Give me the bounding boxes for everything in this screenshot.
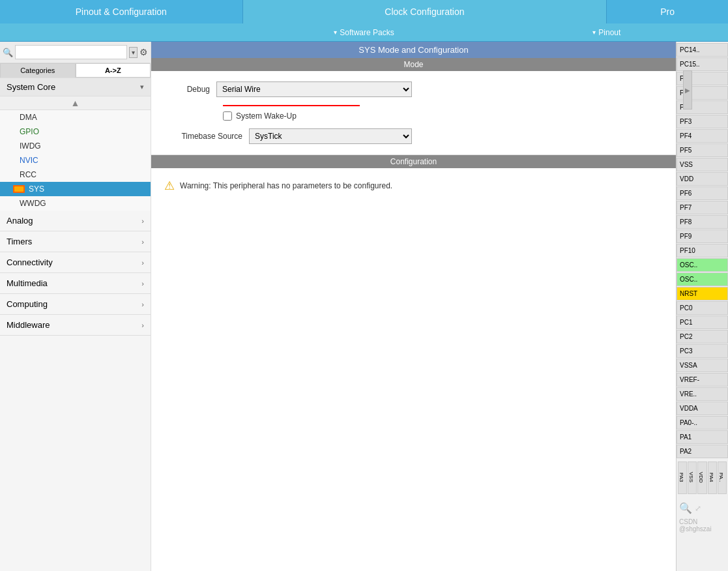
pin-vdda[interactable]: VDDA xyxy=(677,402,728,415)
category-multimedia[interactable]: Multimedia › xyxy=(0,273,151,294)
red-underline-decoration xyxy=(223,105,360,106)
center-panel: SYS Mode and Configuration ▶ Mode Debug … xyxy=(151,42,676,571)
pin-pf7[interactable]: PF7 xyxy=(677,201,728,214)
expand-icon: ⤢ xyxy=(695,504,701,513)
pin-pf3[interactable]: PF3 xyxy=(677,115,728,128)
config-section-header: Configuration xyxy=(151,155,676,168)
nav-item-project[interactable]: Pro xyxy=(607,0,728,23)
warning-box: ⚠ Warning: This peripheral has no parame… xyxy=(164,179,663,193)
pin-pc3[interactable]: PC3 xyxy=(677,344,728,358)
search-input[interactable] xyxy=(15,45,127,59)
pin-pf5[interactable]: PF5 xyxy=(677,143,728,157)
dropdown-arrow-icon[interactable]: ▾ xyxy=(129,47,138,58)
sidebar-item-nvic[interactable]: NVIC xyxy=(0,153,151,168)
pin-nrst[interactable]: NRST xyxy=(677,287,728,300)
sidebar-item-iwdg[interactable]: IWDG xyxy=(0,139,151,153)
sidebar-item-dma[interactable]: DMA xyxy=(0,110,151,124)
system-wakeup-label: System Wake-Up xyxy=(236,111,297,121)
chevron-right-icon: › xyxy=(141,321,144,329)
timebase-select[interactable]: SysTick TIM1 TIM2 TIM3 xyxy=(249,128,412,144)
pin-pc2[interactable]: PC2 xyxy=(677,330,728,344)
pin-pf4[interactable]: PF4 xyxy=(677,129,728,143)
search-icon: 🔍 xyxy=(3,48,13,57)
chevron-down-icon: ▾ xyxy=(140,83,144,91)
pin-pa0[interactable]: PA0-.. xyxy=(677,416,728,430)
gear-icon[interactable]: ⚙ xyxy=(139,47,148,57)
collapse-button[interactable]: ▲ xyxy=(0,96,151,110)
sub-nav-software-packs[interactable]: ▾ Software Packs xyxy=(242,23,485,41)
panel-title: SYS Mode and Configuration xyxy=(151,42,676,58)
pin-pf8[interactable]: PF8 xyxy=(677,215,728,229)
svg-rect-1 xyxy=(14,186,23,192)
pin-pc0[interactable]: PC0 xyxy=(677,301,728,315)
pin-pf9[interactable]: PF9 xyxy=(677,229,728,243)
pin-vdd[interactable]: VDD xyxy=(677,172,728,186)
main-area: 🔍 ▾ ⚙ Categories A->Z System Core ▾ ▲ D xyxy=(0,42,728,571)
sidebar-item-sys[interactable]: SYS xyxy=(0,182,151,196)
timebase-label: Timebase Source xyxy=(164,132,249,141)
sidebar-tabs: Categories A->Z xyxy=(0,63,151,78)
sub-nav-pinout[interactable]: ▾ Pinout xyxy=(486,23,728,41)
watermark-text: CSDN @shghszai xyxy=(677,517,728,534)
sys-icon xyxy=(13,184,26,194)
warning-icon: ⚠ xyxy=(164,179,175,193)
config-section-body: ⚠ Warning: This peripheral has no parame… xyxy=(151,168,676,571)
sidebar-item-wwdg[interactable]: WWDG xyxy=(0,196,151,211)
debug-row: Debug No Debug Trace Asynchronous Sw Ser… xyxy=(164,81,663,97)
timebase-row: Timebase Source SysTick TIM1 TIM2 TIM3 xyxy=(164,128,663,144)
pin-pc15[interactable]: PC15.. xyxy=(677,57,728,71)
category-analog[interactable]: Analog › xyxy=(0,211,151,231)
pin-pa2[interactable]: PA2 xyxy=(677,445,728,458)
pin-osc1[interactable]: OSC.. xyxy=(677,258,728,272)
system-wakeup-row: System Wake-Up xyxy=(223,111,663,121)
pin-osc2[interactable]: OSC.. xyxy=(677,272,728,286)
sidebar-item-rcc[interactable]: RCC xyxy=(0,168,151,182)
pin-pf6[interactable]: PF6 xyxy=(677,186,728,200)
category-timers[interactable]: Timers › xyxy=(0,231,151,252)
sidebar-search-row: 🔍 ▾ ⚙ xyxy=(0,42,151,63)
watermark: 🔍 ⤢ xyxy=(677,499,728,517)
sub-nav-bar: ▾ Software Packs ▾ Pinout xyxy=(0,23,728,42)
pin-vssa[interactable]: VSSA xyxy=(677,359,728,372)
system-wakeup-checkbox[interactable] xyxy=(223,111,232,121)
tab-categories[interactable]: Categories xyxy=(0,63,76,78)
system-core-children: DMA GPIO IWDG NVIC RCC SYS WWDG xyxy=(0,110,151,211)
chevron-right-icon: › xyxy=(141,217,144,225)
tab-az[interactable]: A->Z xyxy=(76,63,151,78)
pin-vre[interactable]: VRE.. xyxy=(677,387,728,401)
debug-label: Debug xyxy=(164,85,216,94)
pin-pa4-bottom[interactable]: PA4 xyxy=(708,461,717,494)
chevron-right-icon: › xyxy=(141,259,144,267)
pin-vdd-bottom[interactable]: VDD xyxy=(697,461,706,494)
mode-section-header: Mode xyxy=(151,58,676,71)
category-computing[interactable]: Computing › xyxy=(0,294,151,315)
pin-vss-bottom[interactable]: VSS xyxy=(688,461,697,494)
right-pin-panel: PC14.. PC15.. PF0 PF1 PF2 PF3 PF4 PF5 VS… xyxy=(676,42,728,571)
sidebar: 🔍 ▾ ⚙ Categories A->Z System Core ▾ ▲ D xyxy=(0,42,151,571)
category-system-core[interactable]: System Core ▾ xyxy=(0,78,151,96)
sidebar-item-gpio[interactable]: GPIO xyxy=(0,124,151,139)
chevron-right-icon: › xyxy=(141,280,144,287)
pin-vss[interactable]: VSS xyxy=(677,158,728,171)
chevron-right-icon: › xyxy=(141,238,144,246)
category-connectivity[interactable]: Connectivity › xyxy=(0,252,151,273)
category-middleware[interactable]: Middleware › xyxy=(0,315,151,336)
pin-pa1[interactable]: PA1 xyxy=(677,430,728,444)
pin-pa3-bottom[interactable]: PA3 xyxy=(678,461,687,494)
warning-text: Warning: This peripheral has no paramete… xyxy=(180,181,392,190)
pin-pf10[interactable]: PF10 xyxy=(677,244,728,257)
nav-item-pinout[interactable]: Pinout & Configuration xyxy=(0,0,243,23)
pin-pc1[interactable]: PC1 xyxy=(677,315,728,329)
pin-vref-[interactable]: VREF- xyxy=(677,373,728,387)
top-nav-bar: Pinout & Configuration Clock Configurati… xyxy=(0,0,728,23)
bottom-pins-row: PA3 VSS VDD PA4 PA.. xyxy=(677,461,728,494)
nav-item-clock[interactable]: Clock Configuration xyxy=(243,0,607,23)
pin-pc14[interactable]: PC14.. xyxy=(677,43,728,57)
chevron-right-icon: › xyxy=(141,300,144,308)
pin-pa-bottom[interactable]: PA.. xyxy=(718,461,727,494)
debug-select[interactable]: No Debug Trace Asynchronous Sw Serial Wi… xyxy=(216,81,412,97)
mode-section-body: Debug No Debug Trace Asynchronous Sw Ser… xyxy=(151,71,676,155)
zoom-icon: 🔍 xyxy=(679,502,692,514)
